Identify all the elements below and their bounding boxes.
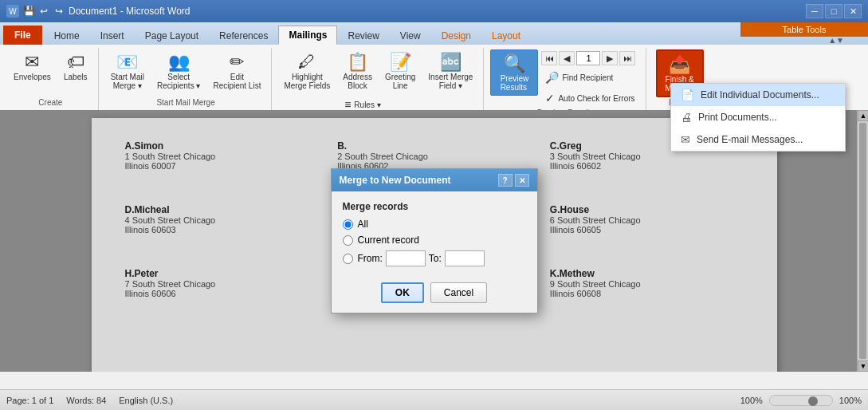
greeting-line-button[interactable]: 📝 GreetingLine — [379, 49, 421, 94]
start-mail-merge-button[interactable]: 📧 Start MailMerge ▾ — [105, 49, 150, 94]
edit-individual-icon: 📄 — [681, 89, 694, 101]
tab-scroll-arrows[interactable]: ▲▼ — [828, 36, 844, 45]
finish-merge-icon: 📤 — [669, 54, 690, 75]
email-icon: ✉ — [681, 133, 690, 146]
title-bar-left: W 💾 ↩ ↪ Document1 - Microsoft Word — [6, 5, 190, 18]
greeting-line-icon: 📝 — [390, 53, 411, 71]
to-label: To: — [429, 253, 442, 264]
tab-file[interactable]: File — [3, 26, 42, 45]
all-radio[interactable] — [343, 219, 353, 230]
find-recipient-button[interactable]: 🔎 Find Recipient — [541, 69, 638, 86]
tab-view[interactable]: View — [390, 26, 431, 45]
ribbon-group-create: ✉ Envelopes 🏷 Labels Create — [3, 48, 99, 110]
modal-help-button[interactable]: ? — [498, 174, 513, 187]
highlight-merge-fields-button[interactable]: 🖊 HighlightMerge Fields — [278, 49, 336, 94]
edit-individual-label: Edit Individual Documents... — [701, 89, 819, 101]
ribbon-group-write-insert: 🖊 HighlightMerge Fields 📋 AddressBlock 📝… — [273, 48, 484, 110]
finish-merge-dropdown: 📄 Edit Individual Documents... 🖨 Print D… — [670, 83, 846, 152]
start-mail-merge-label: Start Mail Merge — [156, 98, 214, 108]
start-mail-merge-icon: 📧 — [116, 53, 138, 71]
nav-last-button[interactable]: ⏭ — [619, 51, 635, 65]
minimize-button[interactable]: ─ — [806, 4, 823, 18]
title-bar: W 💾 ↩ ↪ Document1 - Microsoft Word ─ □ ✕ — [0, 0, 868, 22]
rules-icon: ≡ — [344, 98, 351, 111]
close-button[interactable]: ✕ — [844, 4, 862, 18]
navigation-buttons: ⏮ ◀ ▶ ⏭ — [541, 51, 638, 65]
send-email-item[interactable]: ✉ Send E-mail Messages... — [671, 128, 845, 151]
merge-to-new-document-dialog: Merge to New Document ? ✕ Merge records … — [331, 168, 538, 313]
quick-access-toolbar: 💾 ↩ ↪ — [22, 5, 65, 18]
tab-design[interactable]: Design — [431, 26, 481, 45]
to-input[interactable] — [445, 250, 485, 266]
nav-prev-button[interactable]: ◀ — [559, 51, 575, 65]
from-to-inputs: From: To: — [358, 250, 485, 266]
envelopes-button[interactable]: ✉ Envelopes — [8, 49, 57, 85]
word-icon: W — [6, 5, 19, 18]
create-buttons: ✉ Envelopes 🏷 Labels — [8, 49, 93, 98]
tab-insert[interactable]: Insert — [90, 26, 135, 45]
status-right: 100% 100% — [740, 395, 862, 406]
modal-footer: OK Cancel — [332, 276, 537, 313]
tab-mailings[interactable]: Mailings — [278, 26, 337, 45]
tab-home[interactable]: Home — [44, 26, 90, 45]
nav-first-button[interactable]: ⏮ — [541, 51, 557, 65]
ribbon-group-start-mail-merge: 📧 Start MailMerge ▾ 👥 SelectRecipients ▾… — [100, 48, 273, 110]
nav-next-button[interactable]: ▶ — [602, 51, 618, 65]
save-icon[interactable]: 💾 — [22, 5, 35, 18]
ribbon-tabs: File Home Insert Page Layout References … — [0, 22, 868, 45]
all-radio-row: All — [343, 219, 526, 230]
from-input[interactable] — [386, 250, 426, 266]
mail-merge-buttons: 📧 Start MailMerge ▾ 👥 SelectRecipients ▾… — [105, 49, 267, 98]
maximize-button[interactable]: □ — [825, 4, 842, 18]
edit-recipient-icon: ✏ — [230, 53, 244, 71]
email-label: Send E-mail Messages... — [697, 134, 803, 145]
highlight-icon: 🖊 — [298, 53, 316, 71]
insert-merge-field-button[interactable]: 🔤 Insert MergeField ▾ — [422, 49, 478, 94]
edit-individual-docs-item[interactable]: 📄 Edit Individual Documents... — [671, 84, 845, 106]
ok-button[interactable]: OK — [381, 282, 424, 303]
print-documents-item[interactable]: 🖨 Print Documents... — [671, 106, 845, 128]
edit-recipient-list-button[interactable]: ✏ EditRecipient List — [207, 49, 266, 94]
select-recipients-icon: 👥 — [168, 53, 190, 71]
current-record-radio[interactable] — [343, 235, 353, 246]
words-status: Words: 84 — [66, 396, 106, 405]
from-radio[interactable] — [343, 254, 353, 264]
create-label: Create — [38, 98, 62, 108]
merge-records-label: Merge records — [343, 201, 526, 212]
language-status: English (U.S.) — [119, 396, 173, 405]
auto-check-errors-button[interactable]: ✓ Auto Check for Errors — [541, 89, 638, 107]
modal-titlebar: Merge to New Document ? ✕ — [332, 169, 537, 191]
page-number-input[interactable] — [576, 51, 600, 65]
all-label: All — [358, 219, 368, 230]
tab-layout[interactable]: Layout — [481, 26, 531, 45]
labels-button[interactable]: 🏷 Labels — [58, 49, 93, 85]
print-label: Print Documents... — [698, 112, 777, 123]
cancel-button[interactable]: Cancel — [430, 282, 487, 303]
auto-check-icon: ✓ — [545, 92, 555, 104]
address-block-button[interactable]: 📋 AddressBlock — [337, 49, 378, 94]
undo-icon[interactable]: ↩ — [37, 5, 50, 18]
labels-icon: 🏷 — [67, 53, 84, 71]
print-icon: 🖨 — [681, 111, 692, 124]
select-recipients-button[interactable]: 👥 SelectRecipients ▾ — [151, 49, 206, 94]
current-radio-row: Current record — [343, 235, 526, 246]
tab-page-layout[interactable]: Page Layout — [135, 26, 209, 45]
find-recipient-icon: 🔎 — [545, 71, 559, 84]
tab-references[interactable]: References — [209, 26, 278, 45]
modal-controls: ? ✕ — [498, 174, 529, 187]
envelopes-icon: ✉ — [25, 53, 39, 71]
insert-merge-icon: 🔤 — [440, 53, 461, 71]
modal-title: Merge to New Document — [340, 175, 451, 186]
tab-review[interactable]: Review — [337, 26, 389, 45]
zoom-slider[interactable] — [769, 395, 833, 406]
address-block-icon: 📋 — [347, 53, 368, 71]
preview-results-button[interactable]: 🔍 PreviewResults — [490, 49, 538, 96]
table-tools-banner: Table Tools — [740, 22, 868, 37]
redo-icon[interactable]: ↪ — [53, 5, 65, 18]
from-label: From: — [358, 253, 383, 264]
window-title: Document1 - Microsoft Word — [69, 6, 190, 17]
merge-options: All Current record From: To: — [343, 219, 526, 266]
status-bar: Page: 1 of 1 Words: 84 English (U.S.) 10… — [0, 389, 868, 410]
modal-close-button[interactable]: ✕ — [515, 174, 529, 187]
current-label: Current record — [358, 235, 419, 246]
